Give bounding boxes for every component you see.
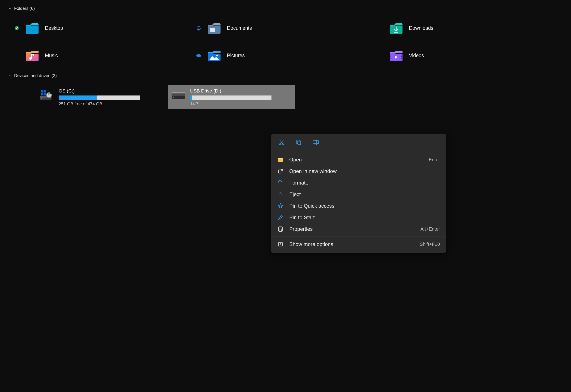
folder-documents-icon [207,22,221,34]
svg-rect-7 [31,54,32,58]
svg-rect-11 [390,58,391,59]
folder-music-icon [25,49,39,62]
context-menu: Open Enter Open in new window Format... [271,134,446,253]
ctx-format[interactable]: Format... [271,177,446,189]
svg-point-8 [216,55,218,56]
drive-subtitle: 14.7 [190,101,291,106]
group-title-folders: Folders (6) [14,6,35,11]
folder-label: Pictures [227,53,245,58]
drive-usage-bar [190,96,271,100]
svg-rect-35 [279,196,282,196]
folder-item-desktop[interactable]: Desktop [13,21,195,36]
rename-icon[interactable] [312,138,320,146]
open-folder-icon [277,156,284,163]
group-title-drives: Devices and drives (2) [14,73,57,78]
ctx-pin-start[interactable]: Pin to Start [271,212,446,223]
svg-point-41 [280,230,280,231]
show-more-icon [277,241,284,248]
ctx-hint: Alt+Enter [420,226,440,232]
svg-point-37 [280,228,280,229]
ctx-label: Open [289,157,302,163]
svg-rect-20 [41,93,43,96]
drive-title: USB Drive (D:) [190,88,291,94]
ctx-hint: Shift+F10 [420,241,440,247]
chevron-down-icon [9,74,12,77]
svg-rect-24 [48,95,51,97]
svg-rect-40 [281,229,282,229]
folder-item-music[interactable]: Music [13,48,195,63]
group-header-drives[interactable]: Devices and drives (2) [9,71,560,80]
svg-rect-4 [211,31,213,31]
cut-icon[interactable] [277,138,286,146]
folder-item-documents[interactable]: Documents [195,21,377,36]
folder-videos-icon [389,49,403,62]
svg-rect-19 [43,90,46,93]
status-synced-icon [14,26,19,30]
status-cloud-icon [196,54,201,57]
ctx-label: Pin to Start [289,214,315,221]
svg-point-30 [282,143,284,145]
ctx-pin-quick-access[interactable]: Pin to Quick access [271,200,446,212]
svg-point-17 [41,98,42,99]
context-menu-toolbar [271,134,446,151]
star-icon [277,203,284,209]
group-header-folders[interactable]: Folders (6) [9,4,560,13]
folder-desktop-icon [25,22,39,34]
ctx-label: Eject [289,191,300,197]
drive-title: OS (C:) [59,88,159,94]
svg-rect-21 [43,93,46,96]
eject-icon [277,191,284,198]
svg-rect-13 [401,56,402,57]
format-icon [277,180,284,186]
folder-label: Documents [227,25,252,31]
svg-rect-18 [41,90,43,93]
svg-rect-42 [281,230,282,231]
drive-usage-bar [59,96,140,100]
drive-usb-icon [171,89,186,101]
menu-separator [271,237,446,237]
folder-item-downloads[interactable]: Downloads [377,21,559,36]
ctx-open-new-window[interactable]: Open in new window [271,166,446,177]
status-refresh-icon [196,26,201,31]
folder-label: Desktop [45,25,63,31]
drive-os-c[interactable]: OS (C:) 251 GB free of 474 GB [36,85,164,109]
folder-label: Music [45,53,58,58]
ctx-hint: Enter [429,157,440,163]
svg-rect-14 [401,58,402,59]
drives-row: OS (C:) 251 GB free of 474 GB USB Drive … [9,80,562,109]
ctx-label: Open in new window [289,168,337,174]
ctx-open[interactable]: Open Enter [271,154,446,166]
svg-rect-27 [172,93,185,93]
ctx-properties[interactable]: Properties Alt+Enter [271,223,446,235]
svg-rect-34 [278,183,283,185]
ctx-label: Format... [289,180,310,186]
folder-pictures-icon [207,49,221,62]
folder-item-videos[interactable]: Videos [377,48,559,63]
ctx-show-more[interactable]: Show more options Shift+F10 [271,238,446,250]
svg-rect-12 [401,55,402,56]
ctx-eject[interactable]: Eject [271,189,446,200]
folder-label: Videos [409,53,424,58]
folder-downloads-icon [389,22,403,34]
properties-icon [277,226,284,232]
svg-rect-26 [172,93,185,96]
svg-rect-3 [211,30,214,30]
folder-label: Downloads [409,25,433,31]
svg-point-39 [280,229,280,230]
drive-usb-d[interactable]: USB Drive (D:) 14.7 [168,85,295,109]
copy-icon[interactable] [294,138,303,146]
ctx-label: Properties [289,226,313,232]
drive-subtitle: 251 GB free of 474 GB [59,101,159,106]
svg-point-28 [173,97,174,98]
open-new-window-icon [277,168,284,174]
folder-item-pictures[interactable]: Pictures [195,48,377,63]
svg-rect-2 [211,29,214,29]
chevron-down-icon [9,7,12,10]
pin-icon [277,214,284,221]
svg-rect-9 [390,55,391,56]
ctx-label: Show more options [289,241,333,247]
svg-point-0 [15,26,19,30]
svg-rect-10 [390,56,391,57]
ctx-label: Pin to Quick access [289,203,334,209]
svg-rect-32 [313,141,319,144]
